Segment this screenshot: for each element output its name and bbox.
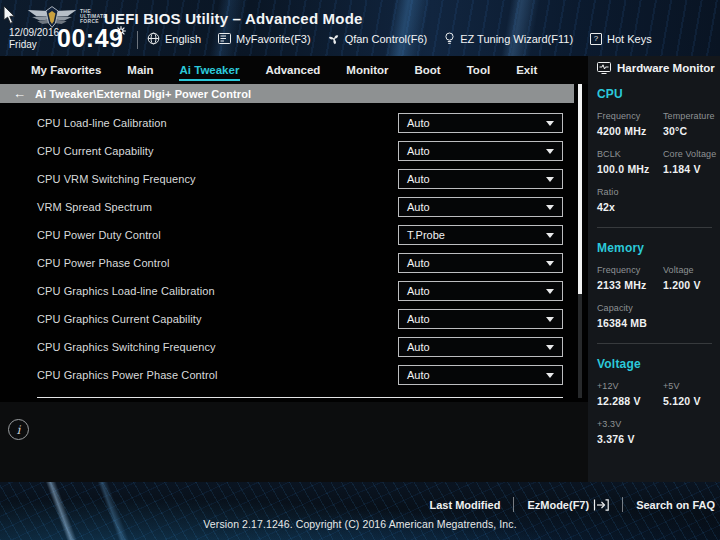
list-bottom-divider (37, 397, 563, 398)
setting-dropdown[interactable]: Auto (398, 281, 563, 301)
settings-row: CPU Graphics Current Capability Auto (0, 305, 588, 333)
page-title: UEFI BIOS Utility – Advanced Mode (104, 10, 363, 27)
ez-tuning-button[interactable]: EZ Tuning Wizard(F11) (444, 32, 573, 45)
hw-section-cpu: Frequency4200 MHz Temperature30°C BCLK10… (597, 111, 720, 213)
hw-section-voltage: +12V12.288 V +5V5.120 V +3.3V3.376 V (597, 381, 720, 445)
setting-label: CPU VRM Switching Frequency (37, 173, 196, 185)
setting-dropdown[interactable]: Auto (398, 253, 563, 273)
hw-item: Capacity16384 MB (597, 303, 663, 329)
tab-exit[interactable]: Exit (515, 59, 538, 81)
hw-item: Ratio42x (597, 187, 663, 213)
topbar-actions: English MyFavorite(F3) Qfan Control(F6 (147, 32, 669, 45)
hw-item: Core Voltage1.184 V (663, 149, 720, 175)
setting-label: CPU Power Phase Control (37, 257, 170, 269)
setting-dropdown[interactable]: Auto (398, 113, 563, 133)
setting-dropdown[interactable]: Auto (398, 169, 563, 189)
clock: 00:49 (57, 24, 123, 53)
hw-item: +12V12.288 V (597, 381, 663, 407)
settings-row: CPU Power Duty Control T.Probe (0, 221, 588, 249)
tab-tool[interactable]: Tool (466, 59, 491, 81)
tab-main[interactable]: Main (126, 59, 154, 81)
hw-section-memory: Frequency2133 MHz Voltage1.200 V Capacit… (597, 265, 720, 329)
hw-item: BCLK100.0 MHz (597, 149, 663, 175)
last-modified-button[interactable]: Last Modified (430, 499, 501, 511)
setting-dropdown[interactable]: Auto (398, 337, 563, 357)
myfavorite-icon (218, 33, 231, 44)
qfan-button[interactable]: Qfan Control(F6) (328, 33, 428, 45)
version-text: Version 2.17.1246. Copyright (C) 2016 Am… (0, 518, 720, 530)
date-block: 12/09/2016 Friday (9, 27, 59, 51)
sidebar-divider (597, 227, 712, 228)
language-button[interactable]: English (147, 32, 201, 45)
settings-row: CPU Graphics Power Phase Control Auto (0, 361, 588, 389)
chevron-down-icon (546, 289, 554, 294)
back-button[interactable]: ← (13, 87, 26, 100)
hw-section-cpu-title: CPU (597, 87, 720, 101)
hw-item: Temperature30°C (663, 111, 720, 137)
settings-row: CPU Power Phase Control Auto (0, 249, 588, 277)
date-label: 12/09/2016 (9, 27, 59, 39)
hw-item: Voltage1.200 V (663, 265, 720, 291)
tab-my-favorites[interactable]: My Favorites (30, 59, 102, 81)
chevron-down-icon (546, 149, 554, 154)
hardware-monitor-header: Hardware Monitor (588, 56, 720, 74)
globe-icon (147, 32, 160, 45)
hw-section-voltage-title: Voltage (597, 357, 720, 371)
top-banner: THE ULTIMATE FORCE UEFI BIOS Utility – A… (0, 0, 720, 56)
setting-dropdown[interactable]: Auto (398, 141, 563, 161)
topbar-divider (137, 31, 138, 49)
ezmode-button[interactable]: EzMode(F7) (527, 499, 609, 511)
settings-row: CPU Current Capability Auto (0, 137, 588, 165)
exit-arrow-icon (593, 499, 609, 511)
monitor-icon (597, 62, 611, 74)
breadcrumb: ← Ai Tweaker\External Digi+ Power Contro… (0, 84, 574, 103)
setting-label: CPU Graphics Switching Frequency (37, 341, 216, 353)
info-icon: i (8, 419, 29, 440)
settings-list: CPU Load-line Calibration Auto CPU Curre… (0, 103, 588, 389)
chevron-down-icon (546, 317, 554, 322)
chevron-down-icon (546, 205, 554, 210)
setting-label: CPU Graphics Current Capability (37, 313, 202, 325)
menu-bar: My Favorites Main Ai Tweaker Advanced Mo… (0, 56, 588, 84)
chevron-down-icon (546, 261, 554, 266)
settings-row: CPU Graphics Switching Frequency Auto (0, 333, 588, 361)
hw-section-memory-title: Memory (597, 241, 720, 255)
setting-label: CPU Power Duty Control (37, 229, 161, 241)
setting-dropdown[interactable]: Auto (398, 365, 563, 385)
chevron-down-icon (546, 373, 554, 378)
tab-advanced[interactable]: Advanced (264, 59, 321, 81)
chevron-down-icon (546, 177, 554, 182)
bulb-icon (444, 32, 455, 45)
hw-item: Frequency4200 MHz (597, 111, 663, 137)
scrollbar-thumb[interactable] (578, 84, 582, 294)
breadcrumb-path: Ai Tweaker\External Digi+ Power Control (35, 88, 251, 100)
scrollbar[interactable] (578, 84, 582, 398)
tab-monitor[interactable]: Monitor (345, 59, 389, 81)
setting-dropdown[interactable]: Auto (398, 197, 563, 217)
setting-dropdown[interactable]: Auto (398, 309, 563, 329)
setting-label: CPU Graphics Power Phase Control (37, 369, 218, 381)
setting-label: VRM Spread Spectrum (37, 201, 152, 213)
footer-actions: Last Modified EzMode(F7) Search on FAQ (430, 497, 715, 512)
settings-row: CPU Load-line Calibration Auto (0, 109, 588, 137)
search-faq-button[interactable]: Search on FAQ (636, 499, 715, 511)
footer-divider (513, 497, 514, 512)
day-label: Friday (9, 39, 59, 51)
hw-item: +3.3V3.376 V (597, 419, 663, 445)
tab-ai-tweaker[interactable]: Ai Tweaker (179, 59, 241, 81)
hotkeys-button[interactable]: ? Hot Keys (590, 33, 652, 45)
setting-dropdown[interactable]: T.Probe (398, 225, 563, 245)
clock-settings-gear-icon[interactable] (116, 26, 126, 36)
footer-divider (622, 497, 623, 512)
chevron-down-icon (546, 345, 554, 350)
mouse-cursor (2, 5, 16, 25)
bottom-strip: Last Modified EzMode(F7) Search on FAQ V… (0, 482, 720, 540)
tab-boot[interactable]: Boot (414, 59, 442, 81)
help-text-panel: i (0, 402, 588, 482)
main-panel: My Favorites Main Ai Tweaker Advanced Mo… (0, 56, 588, 482)
sidebar-divider (597, 343, 712, 344)
myfavorite-button[interactable]: MyFavorite(F3) (218, 33, 311, 45)
settings-row: VRM Spread Spectrum Auto (0, 193, 588, 221)
setting-label: CPU Load-line Calibration (37, 117, 167, 129)
setting-label: CPU Current Capability (37, 145, 154, 157)
